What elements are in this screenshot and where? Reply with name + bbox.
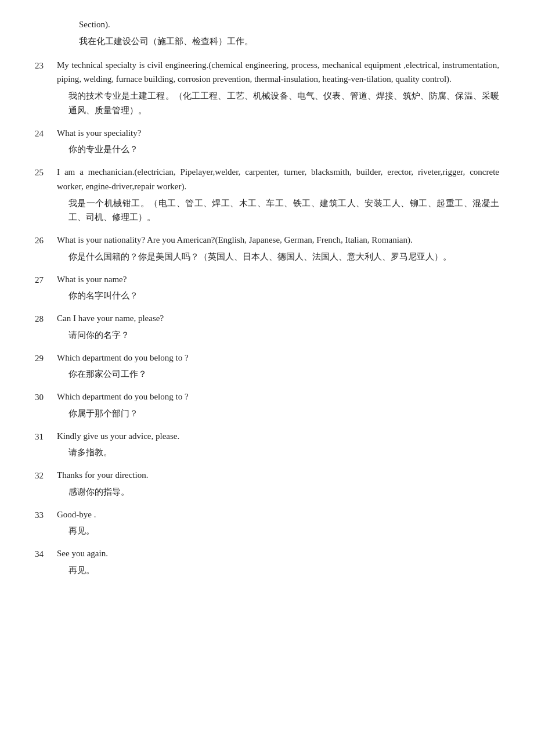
entry-chinese-30: 你属于那个部门？ (68, 406, 499, 421)
entry-number-34: 34 (35, 546, 57, 561)
entry-english-23: My technical specialty is civil engineer… (57, 58, 499, 87)
entry-content-34: See you again.再见。 (57, 546, 499, 578)
entry-number-27: 27 (35, 272, 57, 287)
entry-english-34: See you again. (57, 546, 499, 561)
entry-chinese-23: 我的技术专业是土建工程。（化工工程、工艺、机械设备、电气、仪表、管道、焊接、筑炉… (68, 89, 499, 118)
entry-number-28: 28 (35, 311, 57, 326)
entry-english-28: Can I have your name, please? (57, 311, 499, 326)
entry-chinese-31: 请多指教。 (68, 445, 499, 460)
entry-english-29: Which department do you belong to ? (57, 351, 499, 365)
entry-number-30: 30 (35, 390, 57, 404)
entry-chinese-26: 你是什么国籍的？你是美国人吗？（英国人、日本人、德国人、法国人、意大利人、罗马尼… (68, 250, 499, 264)
entry-32: 32Thanks for your direction.感谢你的指导。 (35, 468, 499, 499)
entry-number-25: 25 (35, 165, 57, 179)
entry-27: 27What is your name?你的名字叫什么？ (35, 272, 499, 304)
entry-chinese-28: 请问你的名字？ (68, 328, 499, 343)
entry-english-32: Thanks for your direction. (57, 468, 499, 483)
entry-31: 31Kindly give us your advice, please.请多指… (35, 429, 499, 460)
entry-28: 28Can I have your name, please?请问你的名字？ (35, 311, 499, 343)
entry-number-26: 26 (35, 233, 57, 247)
entry-content-25: I am a mechanician.(electrician, Pipelay… (57, 165, 499, 225)
entry-23: 23My technical specialty is civil engine… (35, 58, 499, 118)
entry-number-24: 24 (35, 126, 57, 141)
entry-34: 34See you again.再见。 (35, 546, 499, 578)
entry-chinese-24: 你的专业是什么？ (68, 142, 499, 157)
entry-33: 33Good-bye .再见。 (35, 507, 499, 539)
entry-chinese-27: 你的名字叫什么？ (68, 289, 499, 303)
entry-29: 29Which department do you belong to ?你在那… (35, 351, 499, 382)
entries-container: 23My technical specialty is civil engine… (35, 58, 499, 578)
entry-english-27: What is your name? (57, 272, 499, 287)
entry-english-25: I am a mechanician.(electrician, Pipelay… (57, 165, 499, 194)
entry-content-23: My technical specialty is civil engineer… (57, 58, 499, 118)
entry-number-32: 32 (35, 468, 57, 483)
entry-content-33: Good-bye .再见。 (57, 507, 499, 539)
entry-25: 25I am a mechanician.(electrician, Pipel… (35, 165, 499, 225)
entry-content-32: Thanks for your direction.感谢你的指导。 (57, 468, 499, 499)
intro-english: Section). (79, 17, 499, 32)
intro-block: Section). 我在化工建设公司（施工部、检查科）工作。 (35, 17, 499, 49)
entry-english-33: Good-bye . (57, 507, 499, 522)
entry-content-26: What is your nationality? Are you Americ… (57, 233, 499, 264)
entry-chinese-32: 感谢你的指导。 (68, 485, 499, 499)
entry-number-29: 29 (35, 351, 57, 365)
entry-26: 26What is your nationality? Are you Amer… (35, 233, 499, 264)
entry-content-28: Can I have your name, please?请问你的名字？ (57, 311, 499, 343)
entry-content-31: Kindly give us your advice, please.请多指教。 (57, 429, 499, 460)
entry-30: 30Which department do you belong to ?你属于… (35, 390, 499, 421)
entry-chinese-33: 再见。 (68, 524, 499, 538)
entry-content-29: Which department do you belong to ?你在那家公… (57, 351, 499, 382)
entry-content-27: What is your name?你的名字叫什么？ (57, 272, 499, 304)
entry-chinese-25: 我是一个机械钳工。（电工、管工、焊工、木工、车工、铁工、建筑工人、安装工人、铆工… (68, 196, 499, 225)
entry-english-31: Kindly give us your advice, please. (57, 429, 499, 444)
entry-english-30: Which department do you belong to ? (57, 390, 499, 404)
entry-content-30: Which department do you belong to ?你属于那个… (57, 390, 499, 421)
entry-number-31: 31 (35, 429, 57, 444)
entry-24: 24What is your speciality?你的专业是什么？ (35, 126, 499, 157)
entry-chinese-29: 你在那家公司工作？ (68, 367, 499, 381)
intro-chinese: 我在化工建设公司（施工部、检查科）工作。 (79, 34, 499, 49)
entry-english-24: What is your speciality? (57, 126, 499, 141)
entry-number-23: 23 (35, 58, 57, 73)
entry-english-26: What is your nationality? Are you Americ… (57, 233, 499, 247)
entry-content-24: What is your speciality?你的专业是什么？ (57, 126, 499, 157)
entry-number-33: 33 (35, 507, 57, 522)
entry-chinese-34: 再见。 (68, 563, 499, 578)
